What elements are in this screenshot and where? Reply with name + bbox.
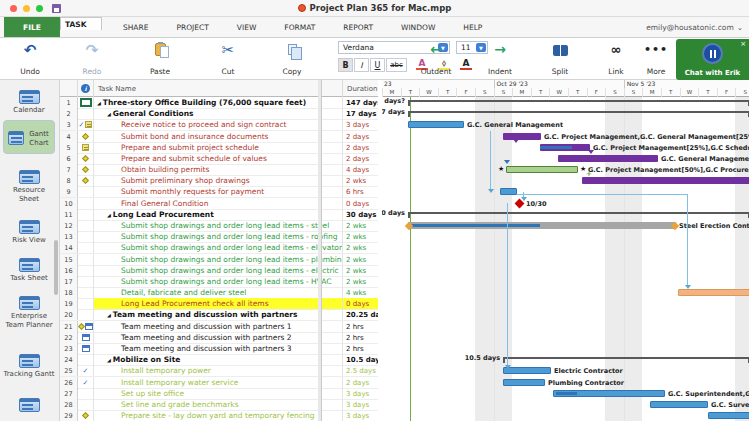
task-name-cell[interactable]: Set line and grade benchmarks: [94, 399, 343, 410]
close-icon[interactable]: ×: [740, 40, 746, 48]
duration-cell[interactable]: 2 wks: [343, 220, 378, 231]
task-name-cell[interactable]: Receive notice to proceed and sign contr…: [94, 119, 343, 130]
task-row-14[interactable]: 14Submit shop drawings and order long le…: [60, 242, 378, 254]
duration-cell[interactable]: 2 days: [343, 153, 378, 164]
indicator-cell[interactable]: [78, 399, 94, 410]
tab-window[interactable]: WINDOW: [387, 17, 449, 37]
gantt-bar-row-26[interactable]: [503, 379, 545, 386]
row-number[interactable]: 16: [60, 265, 78, 276]
indicator-cell[interactable]: [78, 97, 94, 108]
redo-button[interactable]: ↷ Redo: [64, 40, 120, 78]
task-name-cell[interactable]: Install temporary power: [94, 365, 343, 376]
indicator-cell[interactable]: [78, 298, 94, 309]
duration-cell[interactable]: 3 days: [343, 410, 378, 421]
row-number[interactable]: 14: [60, 242, 78, 253]
tab-view[interactable]: VIEW: [223, 17, 271, 37]
task-name-cell[interactable]: Submit bond and insurance documents: [94, 131, 343, 142]
indicator-cell[interactable]: [78, 108, 94, 119]
task-row-20[interactable]: 20◢Team meeting and discussion with part…: [60, 309, 378, 321]
paste-button[interactable]: Paste: [132, 40, 188, 78]
row-number[interactable]: 21: [60, 321, 78, 332]
task-row-9[interactable]: 9Submit monthly requests for payment6 hr…: [60, 186, 378, 198]
summary-bar-row-2[interactable]: [408, 111, 749, 113]
more-button[interactable]: ••• More: [634, 40, 678, 78]
task-name-cell[interactable]: ◢Three-story Office Building (76,000 squ…: [94, 97, 343, 108]
indicator-cell[interactable]: [78, 287, 94, 298]
duration-cell[interactable]: 2 wks: [343, 254, 378, 265]
gantt-bar-row-8[interactable]: [582, 177, 749, 184]
indicator-cell[interactable]: [78, 276, 94, 287]
task-name-cell[interactable]: ◢Mobilize on Site: [94, 354, 343, 365]
task-name-cell[interactable]: ◢Long Lead Procurement: [94, 209, 343, 220]
gantt-bar-row-9[interactable]: [500, 188, 517, 195]
gantt-bar-row-7[interactable]: [506, 166, 578, 173]
column-header-duration[interactable]: Duration: [343, 80, 378, 97]
row-number[interactable]: 27: [60, 388, 78, 399]
task-name-cell[interactable]: Prepare and submit schedule of values: [94, 153, 343, 164]
duration-cell[interactable]: 2.5 days: [343, 365, 378, 376]
indicator-cell[interactable]: [78, 343, 94, 354]
row-number[interactable]: 22: [60, 332, 78, 343]
tab-share[interactable]: SHARE: [109, 17, 162, 37]
indent-button[interactable]: → Indent: [472, 40, 528, 78]
sidebar-item-resource-sheet[interactable]: Resource Sheet: [3, 168, 55, 212]
tab-project[interactable]: PROJECT: [162, 17, 222, 37]
indicator-cell[interactable]: [78, 142, 94, 153]
row-number[interactable]: 19: [60, 298, 78, 309]
indicator-cell[interactable]: [78, 186, 94, 197]
pane-splitter[interactable]: [318, 80, 322, 421]
indicator-cell[interactable]: [78, 220, 94, 231]
sidebar-item-risk-view[interactable]: Risk View: [3, 218, 55, 252]
collapse-triangle-icon[interactable]: ◢: [97, 100, 101, 106]
row-number[interactable]: 5: [60, 142, 78, 153]
indicator-cell[interactable]: ✓: [78, 365, 94, 376]
summary-bar-row-24[interactable]: [503, 357, 749, 359]
account-menu[interactable]: emily@housatonic.com ⌄: [646, 17, 743, 37]
task-name-cell[interactable]: Detail, fabricate and deliver steel: [94, 287, 343, 298]
indicator-cell[interactable]: [78, 198, 94, 209]
strikethrough-button[interactable]: abc: [386, 58, 407, 72]
duration-cell[interactable]: 30 days: [343, 209, 378, 220]
row-number[interactable]: 26: [60, 377, 78, 388]
duration-cell[interactable]: 2 wks: [343, 175, 378, 186]
row-number[interactable]: 12: [60, 220, 78, 231]
row-number[interactable]: 20: [60, 309, 78, 320]
sidebar-item-tracking-gantt[interactable]: Tracking Gantt: [3, 352, 55, 396]
sidebar-item-partial[interactable]: [3, 396, 55, 420]
sidebar-item-enterprise-team-planner[interactable]: Enterprise Team Planner: [3, 294, 55, 348]
tab-report[interactable]: REPORT: [329, 17, 387, 37]
indicator-cell[interactable]: [78, 354, 94, 365]
task-name-cell[interactable]: Set up site office: [94, 388, 343, 399]
indicator-cell[interactable]: [78, 332, 94, 343]
duration-cell[interactable]: 2 hrs: [343, 332, 378, 343]
gantt-bar-row-6[interactable]: [558, 155, 658, 162]
task-name-cell[interactable]: Install temporary water service: [94, 377, 343, 388]
indicator-cell[interactable]: [78, 153, 94, 164]
row-number[interactable]: 17: [60, 276, 78, 287]
task-name-cell[interactable]: Team meeting and discussion with partner…: [94, 321, 343, 332]
row-number[interactable]: 7: [60, 164, 78, 175]
duration-cell[interactable]: 10.5 days: [343, 354, 378, 365]
indicator-cell[interactable]: [78, 265, 94, 276]
duration-cell[interactable]: 2 hrs: [343, 343, 378, 354]
collapse-triangle-icon[interactable]: ◢: [107, 212, 111, 218]
indicator-cell[interactable]: [78, 254, 94, 265]
summary-bar-row-11[interactable]: [408, 212, 749, 214]
indicator-cell[interactable]: [78, 131, 94, 142]
row-number[interactable]: 3: [60, 119, 78, 130]
chat-panel[interactable]: × Chat with Erik: [676, 39, 749, 80]
row-number[interactable]: 10: [60, 198, 78, 209]
row-number[interactable]: 13: [60, 231, 78, 242]
sidebar-item-calendar[interactable]: Calendar: [3, 88, 55, 118]
row-number[interactable]: 8: [60, 175, 78, 186]
duration-cell[interactable]: 2 wks: [343, 242, 378, 253]
collapse-triangle-icon[interactable]: ◢: [107, 357, 111, 363]
task-name-cell[interactable]: Submit monthly requests for payment: [94, 186, 343, 197]
row-number[interactable]: 6: [60, 153, 78, 164]
indicator-cell[interactable]: [78, 164, 94, 175]
row-number[interactable]: 11: [60, 209, 78, 220]
row-number[interactable]: 18: [60, 287, 78, 298]
duration-cell[interactable]: 0 days: [343, 298, 378, 309]
indicator-cell[interactable]: [78, 321, 94, 332]
row-number[interactable]: 23: [60, 343, 78, 354]
